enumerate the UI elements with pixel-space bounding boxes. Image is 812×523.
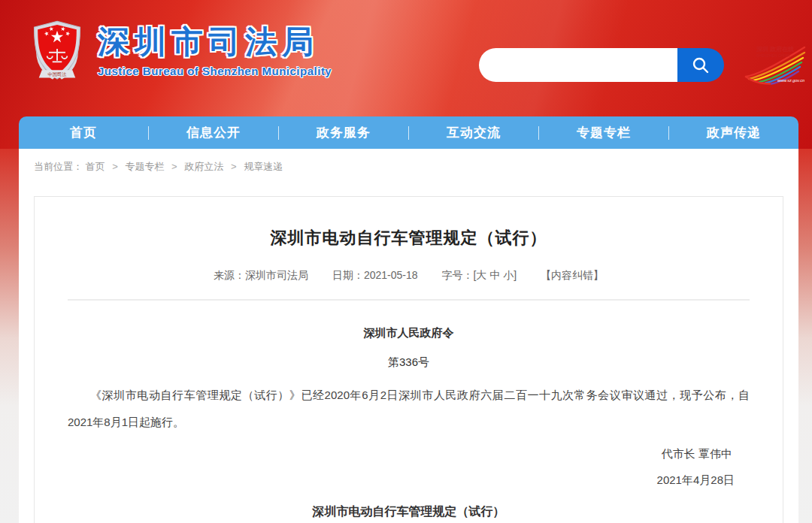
nav-item-interaction[interactable]: 互动交流 bbox=[409, 116, 538, 149]
main-content-sheet: 当前位置： 首页 > 专题专栏 > 政府立法 > 规章速递 深圳市电动自行车管理… bbox=[19, 149, 798, 523]
government-order-number: 第336号 bbox=[68, 355, 750, 370]
breadcrumb-item-legislation[interactable]: 政府立法 bbox=[184, 161, 223, 172]
breadcrumb-item-regulation-express[interactable]: 规章速递 bbox=[244, 161, 283, 172]
search-button[interactable] bbox=[677, 48, 724, 82]
breadcrumb-separator: > bbox=[112, 161, 118, 172]
article-source: 来源：深圳市司法局 bbox=[214, 269, 308, 281]
breadcrumb-separator: > bbox=[231, 161, 237, 172]
search-bar bbox=[479, 48, 724, 82]
search-icon bbox=[691, 56, 710, 75]
meta-divider bbox=[68, 299, 750, 301]
promulgation-paragraph: 《深圳市电动自行车管理规定（试行）》已经2020年6月2日深圳市人民政府六届二百… bbox=[68, 382, 750, 436]
emblem-ribbon-text: 中国司法 bbox=[48, 71, 67, 77]
article-date: 日期：2021-05-18 bbox=[332, 269, 418, 281]
government-order-title: 深圳市人民政府令 bbox=[68, 326, 750, 340]
site-title: 深圳市司法局 bbox=[98, 24, 332, 60]
article-card: 深圳市电动自行车管理规定（试行） 来源：深圳市司法局 日期：2021-05-18… bbox=[34, 196, 783, 523]
breadcrumb: 当前位置： 首页 > 专题专栏 > 政府立法 > 规章速递 bbox=[19, 149, 798, 174]
nav-item-home[interactable]: 首页 bbox=[19, 116, 148, 149]
shenzhen-wing-icon: 深圳 政府在线 SHENZHEN CHINA www.sz.gov.cn bbox=[740, 44, 809, 87]
article-meta: 来源：深圳市司法局 日期：2021-05-18 字号：[大 中 小] 【内容纠错… bbox=[68, 269, 750, 283]
font-size-control[interactable]: 字号：[大 中 小] bbox=[441, 269, 517, 281]
shenzhen-gov-logo[interactable]: 深圳 政府在线 SHENZHEN CHINA www.sz.gov.cn bbox=[740, 44, 809, 90]
site-logo-block[interactable]: 中国司法 深圳市司法局 Justice Bureau of Shenzhen M… bbox=[27, 20, 332, 84]
site-subtitle: Justice Bureau of Shenzhen Municipality bbox=[98, 65, 332, 77]
search-input[interactable] bbox=[479, 48, 677, 82]
page: 中国司法 深圳市司法局 Justice Bureau of Shenzhen M… bbox=[0, 0, 812, 523]
breadcrumb-separator: > bbox=[171, 161, 177, 172]
site-title-block: 深圳市司法局 Justice Bureau of Shenzhen Munici… bbox=[98, 20, 332, 77]
main-nav: 首页 信息公开 政务服务 互动交流 专题专栏 政声传递 bbox=[19, 116, 798, 149]
nav-item-gov-voice[interactable]: 政声传递 bbox=[669, 116, 798, 149]
sz-logo-cn-text: 深圳 政府在线 bbox=[756, 45, 794, 53]
signer-line: 代市长 覃伟中 bbox=[68, 447, 750, 461]
sz-logo-url-text: www.sz.gov.cn bbox=[777, 78, 804, 83]
sign-date-line: 2021年4月28日 bbox=[68, 473, 750, 488]
breadcrumb-item-home[interactable]: 首页 bbox=[86, 161, 105, 172]
content-correction-link[interactable]: 【内容纠错】 bbox=[541, 269, 604, 281]
regulation-body-heading: 深圳市电动自行车管理规定（试行） bbox=[68, 504, 750, 520]
justice-emblem-icon: 中国司法 bbox=[27, 20, 87, 84]
nav-item-info-disclosure[interactable]: 信息公开 bbox=[149, 116, 278, 149]
nav-item-gov-services[interactable]: 政务服务 bbox=[279, 116, 408, 149]
sz-logo-en-text: SHENZHEN CHINA bbox=[756, 53, 790, 58]
breadcrumb-label: 当前位置： bbox=[34, 161, 83, 172]
nav-item-special-topics[interactable]: 专题专栏 bbox=[539, 116, 668, 149]
article-title: 深圳市电动自行车管理规定（试行） bbox=[68, 227, 750, 249]
breadcrumb-item-special-topics[interactable]: 专题专栏 bbox=[125, 161, 164, 172]
